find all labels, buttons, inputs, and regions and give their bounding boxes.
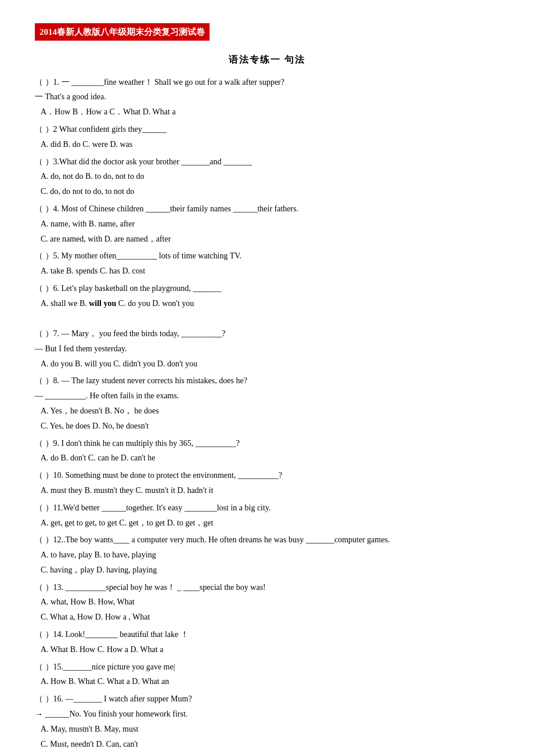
q15-text: （ ）15._______nice picture you gave me| [35,660,499,674]
q3-text: （ ）3.What did the doctor ask your brothe… [35,155,499,169]
q1-options: A．How B．How a C．What D. What a [35,105,499,119]
q16-extra: → ______No. You finish your homework fir… [35,707,499,721]
q8-text: （ ）8. — The lazy student never corrects … [35,374,499,388]
question-2: （ ）2 What confident girls they______ A. … [35,123,499,152]
question-9: （ ）9. I don't think he can multiply this… [35,437,499,466]
question-8: （ ）8. — The lazy student never corrects … [35,374,499,433]
q3-opt2: C. do, do not to do, to not do [35,185,499,199]
questions-container: （ ）1. 一 ________fine weather！ Shall we g… [35,75,499,756]
question-15: （ ）15._______nice picture you gave me| A… [35,660,499,689]
q5-options: A. take B. spends C. has D. cost [35,264,499,278]
q14-text: （ ）14. Look!________ beautiful that lake… [35,628,499,642]
q12-text: （ ）12..The boy wants____ a computer very… [35,533,499,547]
question-5: （ ）5. My mother often__________ lots of … [35,249,499,278]
question-4: （ ）4. Most of Chinese children ______the… [35,202,499,246]
q1-extra: 一 That's a good idea. [35,90,499,104]
q9-options: A. do B. don't C. can he D. can't he [35,451,499,465]
q6-options: A. shall we B. will you C. do you D. won… [35,297,499,311]
q6-text: （ ）6. Let's play basketball on the playg… [35,282,499,296]
question-1: （ ）1. 一 ________fine weather！ Shall we g… [35,75,499,119]
q14-options: A. What B. How C. How a D. What a [35,643,499,657]
question-14: （ ）14. Look!________ beautiful that lake… [35,628,499,657]
question-6: （ ）6. Let's play basketball on the playg… [35,282,499,311]
question-13: （ ）13. __________special boy he was！ _ _… [35,581,499,624]
q1-text: （ ）1. 一 ________fine weather！ Shall we g… [35,75,499,89]
question-10: （ ）10. Something must be done to protect… [35,469,499,498]
q16-text: （ ）16. —_______ I watch after supper Mum… [35,692,499,706]
q4-opt2: C. are named, with D. are named，after [35,232,499,246]
question-3: （ ）3.What did the doctor ask your brothe… [35,155,499,199]
q7-text: （ ）7. — Mary， you feed the birds today, … [35,327,499,341]
q2-text: （ ）2 What confident girls they______ [35,123,499,136]
q13-opt1: A. what, How B. How, What [35,595,499,609]
q16-opt2: C. Must, needn't D. Can, can't [35,737,499,751]
q16-opt1: A. May, mustn't B. May, must [35,722,499,736]
q12-opt2: C. having，play D. having, playing [35,563,499,577]
q2-options: A. did B. do C. were D. was [35,138,499,152]
q8-opt1: A. Yes，he doesn't B. No， he does [35,404,499,418]
q9-text: （ ）9. I don't think he can multiply this… [35,437,499,451]
question-7: （ ）7. — Mary， you feed the birds today, … [35,327,499,370]
q4-text: （ ）4. Most of Chinese children ______the… [35,202,499,216]
q10-options: A. must they B. mustn't they C. mustn't … [35,484,499,498]
q8-opt2: C. Yes, he does D. No, he doesn't [35,419,499,433]
question-11: （ ）11.We'd better ______together. It's e… [35,501,499,530]
q12-opt1: A. to have, play B. to have, playing [35,548,499,562]
q7-extra: — But I fed them yesterday. [35,342,499,356]
q7-options: A. do you B. will you C. didn't you D. d… [35,357,499,371]
q13-text: （ ）13. __________special boy he was！ _ _… [35,581,499,595]
q15-options: A. How B. What C. What a D. What an [35,675,499,689]
q11-text: （ ）11.We'd better ______together. It's e… [35,501,499,515]
q10-text: （ ）10. Something must be done to protect… [35,469,499,483]
section-title: 语法专练一 句法 [35,52,499,67]
q8-extra: — __________. He often fails in the exam… [35,389,499,403]
question-16: （ ）16. —_______ I watch after supper Mum… [35,692,499,751]
title-bar: 2014春新人教版八年级期末分类复习测试卷 [35,23,210,41]
q5-text: （ ）5. My mother often__________ lots of … [35,249,499,263]
q11-options: A. get, get to get, to get C. get，to get… [35,516,499,530]
q3-opt1: A. do, not do B. to do, not to do [35,170,499,183]
question-12: （ ）12..The boy wants____ a computer very… [35,533,499,577]
q13-opt2: C. What a, How D. How a , What [35,610,499,624]
q4-opt1: A. name, with B. name, after [35,217,499,231]
